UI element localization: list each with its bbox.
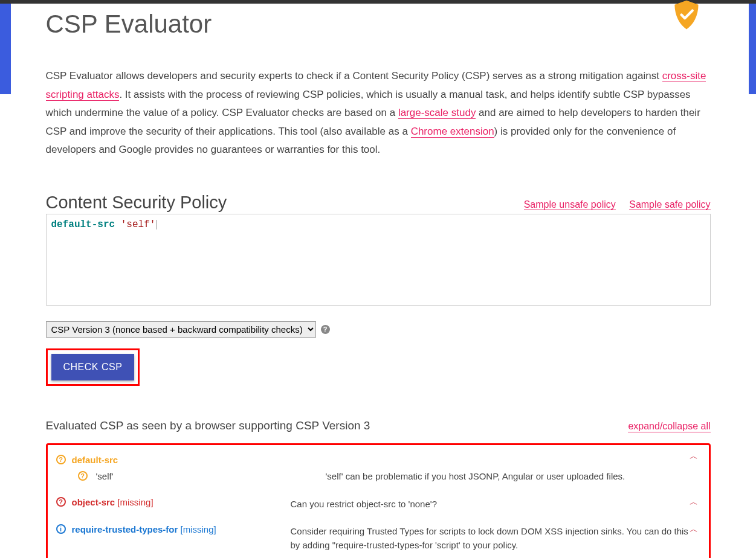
directive-name: require-trusted-types-for: [72, 524, 178, 534]
result-message: Can you restrict object-src to 'none'?: [291, 497, 690, 511]
chrome-ext-link[interactable]: Chrome extension: [411, 126, 494, 138]
sample-unsafe-link[interactable]: Sample unsafe policy: [524, 199, 616, 210]
blue-accent-left: [0, 4, 11, 94]
result-message: Consider requiring Trusted Types for scr…: [291, 524, 690, 553]
missing-tag: [missing]: [117, 497, 153, 507]
shield-check-icon: [662, 0, 711, 35]
directive-name: default-src: [72, 455, 118, 465]
sub-value: 'self': [96, 471, 326, 481]
text-cursor: [156, 220, 157, 229]
blue-accent-right: [749, 4, 756, 94]
results-panel: ? default-src ︿ ? 'self' 'self' can be p…: [46, 443, 711, 558]
csp-code-directive: default-src: [51, 219, 115, 230]
info-icon: i: [56, 524, 66, 534]
evaluation-heading: Evaluated CSP as seen by a browser suppo…: [46, 419, 370, 432]
missing-tag: [missing]: [181, 524, 216, 534]
csp-version-select[interactable]: CSP Version 3 (nonce based + backward co…: [46, 321, 316, 338]
sample-safe-link[interactable]: Sample safe policy: [629, 199, 710, 210]
result-row-trusted-types[interactable]: i require-trusted-types-for [missing] Co…: [56, 524, 700, 553]
check-csp-button[interactable]: CHECK CSP: [51, 354, 135, 380]
result-row-default-src[interactable]: ? default-src ︿: [56, 451, 700, 465]
csp-code-value: 'self': [121, 219, 156, 230]
warning-icon: ?: [56, 455, 66, 464]
error-icon: ?: [56, 497, 66, 507]
study-link[interactable]: large-scale study: [398, 107, 476, 119]
chevron-up-icon[interactable]: ︿: [690, 524, 700, 553]
result-row-object-src[interactable]: ? object-src [missing] Can you restrict …: [56, 497, 700, 511]
check-highlight-box: CHECK CSP: [46, 348, 140, 386]
chevron-up-icon[interactable]: ︿: [690, 451, 700, 462]
description-paragraph: CSP Evaluator allows developers and secu…: [46, 67, 711, 159]
directive-name: object-src: [72, 497, 115, 507]
chevron-up-icon[interactable]: ︿: [690, 497, 700, 511]
help-icon[interactable]: ?: [321, 325, 330, 334]
desc-text-1: CSP Evaluator allows developers and secu…: [46, 70, 662, 82]
csp-input[interactable]: default-src 'self': [46, 214, 711, 306]
page-title: CSP Evaluator: [46, 10, 212, 39]
expand-collapse-link[interactable]: expand/collapse all: [628, 421, 710, 432]
sub-message: 'self' can be problematic if you host JS…: [326, 471, 700, 481]
warning-icon: ?: [78, 471, 88, 481]
